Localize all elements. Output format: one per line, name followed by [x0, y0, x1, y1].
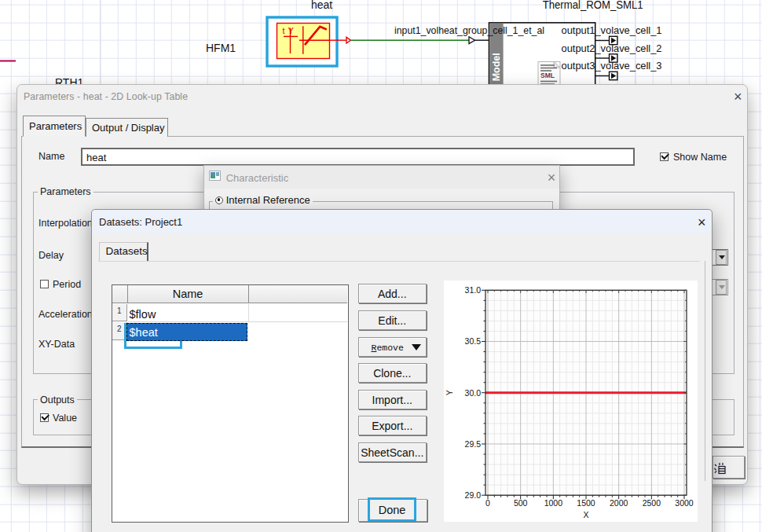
svg-text:output2_volave_cell_2: output2_volave_cell_2	[562, 42, 662, 54]
svg-text:30.5: 30.5	[465, 336, 482, 346]
svg-text:heat: heat	[311, 0, 332, 11]
svg-text:30.0: 30.0	[465, 388, 482, 398]
svg-text:500: 500	[514, 498, 528, 508]
svg-text:1500: 1500	[577, 498, 595, 508]
svg-text:output3_volave_cell_3: output3_volave_cell_3	[562, 60, 662, 72]
svg-text:output1_volave_cell_1: output1_volave_cell_1	[562, 24, 662, 36]
svg-text:29.5: 29.5	[465, 439, 482, 449]
svg-text:input1_volheat_group_cell_1_et: input1_volheat_group_cell_1_et_al	[394, 24, 544, 36]
svg-text:2000: 2000	[610, 498, 628, 508]
svg-text:3000: 3000	[675, 498, 694, 508]
svg-text:t: t	[283, 26, 285, 35]
svg-text:Y: Y	[445, 390, 454, 395]
svg-text:SML: SML	[540, 72, 555, 79]
svg-text:Y: Y	[288, 26, 295, 35]
svg-text:1000: 1000	[544, 498, 563, 508]
svg-text:Thermal_ROM_SML1: Thermal_ROM_SML1	[543, 0, 643, 11]
svg-text:2500: 2500	[643, 498, 661, 508]
svg-text:X: X	[583, 510, 588, 519]
svg-text:31.0: 31.0	[465, 285, 482, 295]
svg-text:29.0: 29.0	[465, 490, 482, 500]
svg-text:0: 0	[485, 498, 490, 508]
svg-text:HFM1: HFM1	[206, 42, 236, 54]
